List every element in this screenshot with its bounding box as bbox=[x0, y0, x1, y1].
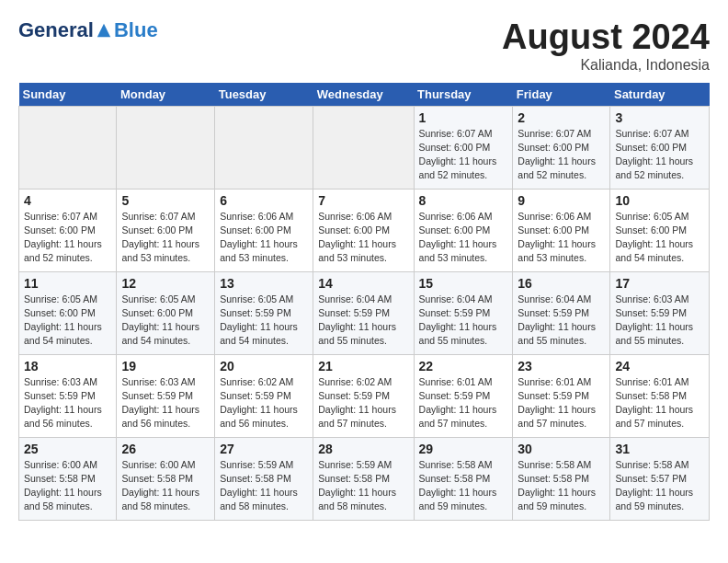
calendar-cell: 26Sunrise: 6:00 AM Sunset: 5:58 PM Dayli… bbox=[117, 437, 215, 520]
day-number: 14 bbox=[318, 276, 408, 291]
calendar-cell: 6Sunrise: 6:06 AM Sunset: 6:00 PM Daylig… bbox=[215, 189, 313, 271]
cell-info: Sunrise: 6:07 AM Sunset: 6:00 PM Dayligh… bbox=[24, 210, 111, 266]
calendar-cell: 30Sunrise: 5:58 AM Sunset: 5:58 PM Dayli… bbox=[513, 437, 610, 520]
cell-info: Sunrise: 6:04 AM Sunset: 5:59 PM Dayligh… bbox=[419, 293, 508, 349]
calendar-cell: 8Sunrise: 6:06 AM Sunset: 6:00 PM Daylig… bbox=[414, 189, 513, 271]
calendar-cell: 20Sunrise: 6:02 AM Sunset: 5:59 PM Dayli… bbox=[215, 354, 313, 437]
calendar-cell: 29Sunrise: 5:58 AM Sunset: 5:58 PM Dayli… bbox=[414, 437, 513, 520]
logo-icon bbox=[96, 22, 112, 39]
day-number: 7 bbox=[318, 193, 408, 208]
day-number: 2 bbox=[518, 110, 605, 125]
calendar-cell: 22Sunrise: 6:01 AM Sunset: 5:59 PM Dayli… bbox=[414, 354, 513, 437]
cell-info: Sunrise: 6:06 AM Sunset: 6:00 PM Dayligh… bbox=[518, 210, 605, 266]
day-number: 29 bbox=[419, 442, 508, 456]
day-number: 17 bbox=[615, 276, 704, 291]
calendar-cell bbox=[117, 106, 215, 189]
calendar-cell bbox=[215, 106, 313, 189]
cell-info: Sunrise: 5:59 AM Sunset: 5:58 PM Dayligh… bbox=[220, 458, 308, 514]
day-number: 26 bbox=[121, 442, 210, 456]
cell-info: Sunrise: 6:07 AM Sunset: 6:00 PM Dayligh… bbox=[518, 127, 605, 183]
col-tuesday: Tuesday bbox=[215, 83, 313, 107]
cell-info: Sunrise: 6:02 AM Sunset: 5:59 PM Dayligh… bbox=[220, 375, 308, 431]
calendar-cell: 23Sunrise: 6:01 AM Sunset: 5:59 PM Dayli… bbox=[513, 354, 610, 437]
calendar-week-1: 1Sunrise: 6:07 AM Sunset: 6:00 PM Daylig… bbox=[19, 106, 710, 189]
calendar-week-5: 25Sunrise: 6:00 AM Sunset: 5:58 PM Dayli… bbox=[19, 437, 710, 520]
day-number: 3 bbox=[615, 110, 704, 125]
calendar-week-4: 18Sunrise: 6:03 AM Sunset: 5:59 PM Dayli… bbox=[19, 354, 710, 437]
logo-general: General bbox=[18, 18, 94, 42]
day-number: 25 bbox=[24, 442, 111, 456]
col-saturday: Saturday bbox=[610, 83, 710, 107]
day-number: 24 bbox=[615, 359, 704, 373]
day-number: 19 bbox=[121, 359, 210, 373]
cell-info: Sunrise: 6:07 AM Sunset: 6:00 PM Dayligh… bbox=[419, 127, 508, 183]
cell-info: Sunrise: 6:02 AM Sunset: 5:59 PM Dayligh… bbox=[318, 375, 408, 431]
cell-info: Sunrise: 6:00 AM Sunset: 5:58 PM Dayligh… bbox=[121, 458, 210, 514]
day-number: 23 bbox=[518, 359, 605, 373]
cell-info: Sunrise: 6:06 AM Sunset: 6:00 PM Dayligh… bbox=[419, 210, 508, 266]
calendar-cell: 19Sunrise: 6:03 AM Sunset: 5:59 PM Dayli… bbox=[117, 354, 215, 437]
cell-info: Sunrise: 5:58 AM Sunset: 5:58 PM Dayligh… bbox=[419, 458, 508, 514]
cell-info: Sunrise: 6:07 AM Sunset: 6:00 PM Dayligh… bbox=[121, 210, 210, 266]
calendar-week-2: 4Sunrise: 6:07 AM Sunset: 6:00 PM Daylig… bbox=[19, 189, 710, 271]
calendar-cell: 1Sunrise: 6:07 AM Sunset: 6:00 PM Daylig… bbox=[414, 106, 513, 189]
day-number: 10 bbox=[615, 193, 704, 208]
calendar-cell: 12Sunrise: 6:05 AM Sunset: 6:00 PM Dayli… bbox=[117, 271, 215, 354]
title-block: August 2024 Kalianda, Indonesia bbox=[502, 18, 710, 74]
calendar-cell: 27Sunrise: 5:59 AM Sunset: 5:58 PM Dayli… bbox=[215, 437, 313, 520]
calendar-cell: 31Sunrise: 5:58 AM Sunset: 5:57 PM Dayli… bbox=[610, 437, 710, 520]
calendar-cell: 2Sunrise: 6:07 AM Sunset: 6:00 PM Daylig… bbox=[513, 106, 610, 189]
calendar-header-row: Sunday Monday Tuesday Wednesday Thursday… bbox=[19, 83, 710, 107]
day-number: 16 bbox=[518, 276, 605, 291]
cell-info: Sunrise: 5:58 AM Sunset: 5:57 PM Dayligh… bbox=[615, 458, 704, 514]
day-number: 30 bbox=[518, 442, 605, 456]
calendar-cell: 28Sunrise: 5:59 AM Sunset: 5:58 PM Dayli… bbox=[313, 437, 414, 520]
cell-info: Sunrise: 5:58 AM Sunset: 5:58 PM Dayligh… bbox=[518, 458, 605, 514]
day-number: 28 bbox=[318, 442, 408, 456]
day-number: 6 bbox=[220, 193, 308, 208]
cell-info: Sunrise: 5:59 AM Sunset: 5:58 PM Dayligh… bbox=[318, 458, 408, 514]
col-sunday: Sunday bbox=[19, 83, 117, 107]
day-number: 12 bbox=[121, 276, 210, 291]
day-number: 13 bbox=[220, 276, 308, 291]
cell-info: Sunrise: 6:06 AM Sunset: 6:00 PM Dayligh… bbox=[318, 210, 408, 266]
calendar-cell: 10Sunrise: 6:05 AM Sunset: 6:00 PM Dayli… bbox=[610, 189, 710, 271]
calendar-cell: 21Sunrise: 6:02 AM Sunset: 5:59 PM Dayli… bbox=[313, 354, 414, 437]
calendar-cell: 9Sunrise: 6:06 AM Sunset: 6:00 PM Daylig… bbox=[513, 189, 610, 271]
day-number: 21 bbox=[318, 359, 408, 373]
day-number: 22 bbox=[419, 359, 508, 373]
page-header: General Blue August 2024 Kalianda, Indon… bbox=[18, 18, 710, 74]
cell-info: Sunrise: 6:07 AM Sunset: 6:00 PM Dayligh… bbox=[615, 127, 704, 183]
calendar-cell: 14Sunrise: 6:04 AM Sunset: 5:59 PM Dayli… bbox=[313, 271, 414, 354]
day-number: 1 bbox=[419, 110, 508, 125]
location-subtitle: Kalianda, Indonesia bbox=[502, 57, 710, 74]
day-number: 4 bbox=[24, 193, 111, 208]
col-wednesday: Wednesday bbox=[313, 83, 414, 107]
day-number: 27 bbox=[220, 442, 308, 456]
cell-info: Sunrise: 6:03 AM Sunset: 5:59 PM Dayligh… bbox=[615, 293, 704, 349]
cell-info: Sunrise: 6:00 AM Sunset: 5:58 PM Dayligh… bbox=[24, 458, 111, 514]
calendar-cell: 15Sunrise: 6:04 AM Sunset: 5:59 PM Dayli… bbox=[414, 271, 513, 354]
day-number: 5 bbox=[121, 193, 210, 208]
cell-info: Sunrise: 6:05 AM Sunset: 5:59 PM Dayligh… bbox=[220, 293, 308, 349]
day-number: 15 bbox=[419, 276, 508, 291]
logo-blue: Blue bbox=[114, 18, 158, 42]
calendar-cell: 24Sunrise: 6:01 AM Sunset: 5:58 PM Dayli… bbox=[610, 354, 710, 437]
calendar-cell: 5Sunrise: 6:07 AM Sunset: 6:00 PM Daylig… bbox=[117, 189, 215, 271]
calendar-cell: 16Sunrise: 6:04 AM Sunset: 5:59 PM Dayli… bbox=[513, 271, 610, 354]
calendar-cell: 11Sunrise: 6:05 AM Sunset: 6:00 PM Dayli… bbox=[19, 271, 117, 354]
day-number: 18 bbox=[24, 359, 111, 373]
day-number: 9 bbox=[518, 193, 605, 208]
day-number: 8 bbox=[419, 193, 508, 208]
cell-info: Sunrise: 6:03 AM Sunset: 5:59 PM Dayligh… bbox=[24, 375, 111, 431]
cell-info: Sunrise: 6:03 AM Sunset: 5:59 PM Dayligh… bbox=[121, 375, 210, 431]
svg-marker-0 bbox=[97, 24, 110, 37]
col-thursday: Thursday bbox=[414, 83, 513, 107]
calendar-body: 1Sunrise: 6:07 AM Sunset: 6:00 PM Daylig… bbox=[19, 106, 710, 520]
calendar-cell: 7Sunrise: 6:06 AM Sunset: 6:00 PM Daylig… bbox=[313, 189, 414, 271]
cell-info: Sunrise: 6:01 AM Sunset: 5:58 PM Dayligh… bbox=[615, 375, 704, 431]
calendar-table: Sunday Monday Tuesday Wednesday Thursday… bbox=[18, 83, 710, 521]
cell-info: Sunrise: 6:05 AM Sunset: 6:00 PM Dayligh… bbox=[24, 293, 111, 349]
day-number: 11 bbox=[24, 276, 111, 291]
col-monday: Monday bbox=[117, 83, 215, 107]
